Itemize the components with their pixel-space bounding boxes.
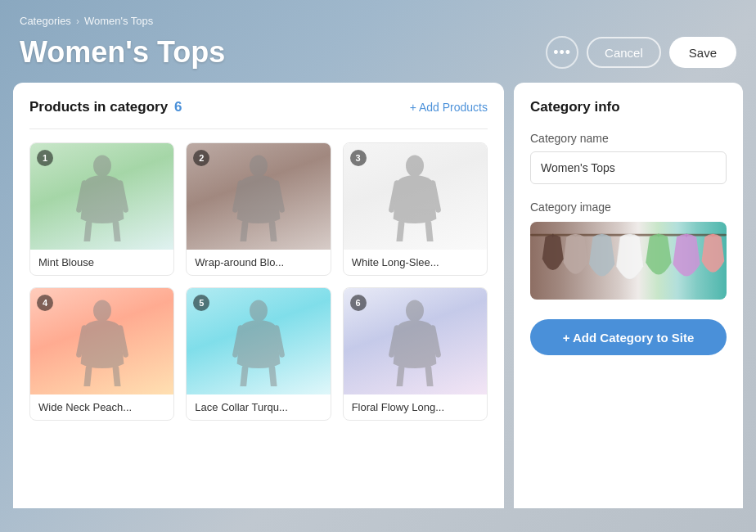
product-card[interactable]: 3 White Long-Slee...	[343, 142, 488, 276]
product-number: 4	[37, 295, 53, 311]
category-image-label: Category image	[530, 201, 727, 214]
product-name: Floral Flowy Long...	[344, 394, 487, 420]
add-products-button[interactable]: + Add Products	[410, 101, 488, 114]
main-content: Products in category 6 + Add Products 1 …	[0, 83, 756, 508]
cancel-button[interactable]: Cancel	[587, 37, 661, 68]
category-image-preview	[530, 222, 727, 300]
header-row: Women's Tops ••• Cancel Save	[20, 35, 736, 70]
breadcrumb-current: Women's Tops	[84, 15, 153, 27]
breadcrumb: Categories › Women's Tops	[20, 15, 736, 27]
more-options-button[interactable]: •••	[546, 36, 578, 69]
svg-point-4	[250, 300, 268, 321]
products-grid: 1 Mint Blouse 2 Wrap-around Blo... 3	[29, 142, 488, 421]
products-title-group: Products in category 6	[29, 99, 182, 115]
product-number: 6	[350, 295, 367, 311]
breadcrumb-parent[interactable]: Categories	[20, 15, 71, 27]
save-button[interactable]: Save	[669, 37, 736, 68]
page-title: Women's Tops	[20, 35, 225, 70]
product-number: 1	[37, 150, 53, 166]
product-name: Mint Blouse	[30, 250, 173, 275]
svg-point-1	[250, 155, 268, 176]
header: Categories › Women's Tops Women's Tops •…	[0, 0, 756, 83]
products-header: Products in category 6 + Add Products	[29, 99, 488, 129]
category-name-input[interactable]	[530, 151, 727, 184]
svg-point-0	[93, 155, 111, 176]
breadcrumb-separator: ›	[76, 16, 79, 27]
product-number: 3	[350, 150, 367, 166]
svg-point-2	[406, 155, 424, 176]
category-name-label: Category name	[530, 132, 727, 145]
product-name: Wrap-around Blo...	[187, 250, 330, 275]
product-card[interactable]: 2 Wrap-around Blo...	[186, 142, 331, 276]
products-title-text: Products in category	[29, 99, 168, 115]
product-name: Lace Collar Turqu...	[187, 394, 330, 420]
product-name: Wide Neck Peach...	[30, 394, 173, 420]
header-actions: ••• Cancel Save	[546, 36, 736, 69]
category-info-title: Category info	[530, 99, 727, 115]
add-category-to-site-button[interactable]: + Add Category to Site	[530, 319, 727, 355]
product-card[interactable]: 5 Lace Collar Turqu...	[186, 287, 331, 421]
products-count: 6	[174, 99, 182, 115]
product-name: White Long-Slee...	[344, 250, 487, 275]
products-panel: Products in category 6 + Add Products 1 …	[13, 83, 504, 508]
product-card[interactable]: 4 Wide Neck Peach...	[29, 287, 174, 421]
product-card[interactable]: 6 Floral Flowy Long...	[343, 287, 488, 421]
category-info-panel: Category info Category name Category ima…	[514, 83, 743, 508]
svg-point-5	[406, 300, 424, 321]
svg-point-3	[93, 300, 111, 321]
product-card[interactable]: 1 Mint Blouse	[29, 142, 174, 276]
